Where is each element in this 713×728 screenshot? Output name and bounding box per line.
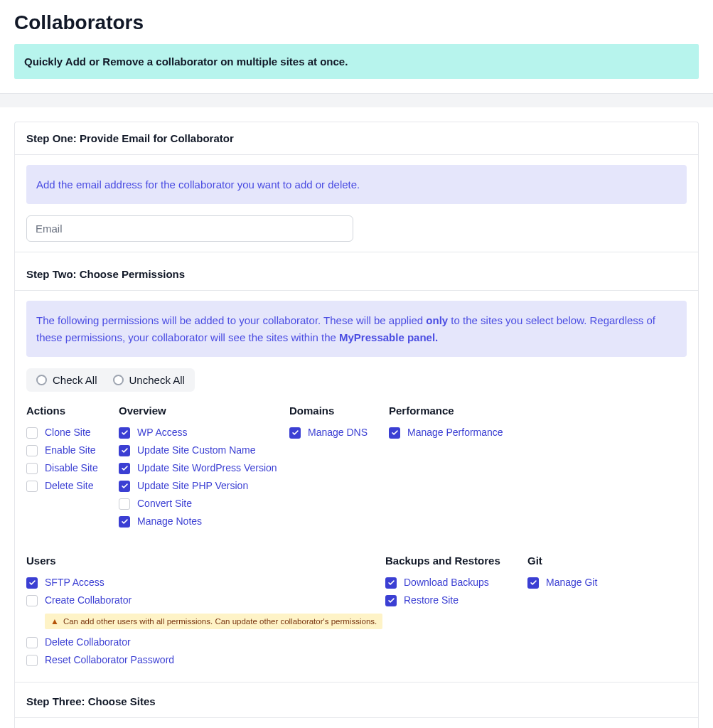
- step-one-info: Add the email address for the collaborat…: [26, 165, 687, 204]
- create-collaborator-warning: ▲ Can add other users with all permissio…: [45, 614, 382, 629]
- radio-icon: [36, 375, 47, 385]
- permission-row: Create Collaborator: [26, 594, 385, 606]
- permission-row: Download Backups: [385, 577, 527, 589]
- permission-checkbox[interactable]: [26, 577, 38, 589]
- permission-label[interactable]: Delete Collaborator: [45, 636, 131, 648]
- permission-label[interactable]: Update Site PHP Version: [137, 480, 248, 491]
- permission-row: Clone Site: [26, 427, 119, 439]
- permission-row: Manage Git: [527, 577, 670, 589]
- permission-label[interactable]: SFTP Access: [45, 577, 104, 588]
- git-column: Git Manage Git: [527, 555, 670, 672]
- page-title: Collaborators: [14, 11, 699, 34]
- permission-label[interactable]: Create Collaborator: [45, 594, 132, 606]
- users-column: Users SFTP AccessCreate Collaborator ▲ C…: [26, 555, 385, 672]
- top-alert: Quickly Add or Remove a collaborator on …: [14, 44, 699, 79]
- permission-checkbox[interactable]: [26, 481, 38, 492]
- divider: [0, 93, 713, 107]
- check-all-radio[interactable]: Check All: [36, 374, 97, 386]
- permission-row: Manage Performance: [389, 427, 531, 439]
- backups-heading: Backups and Restores: [385, 555, 527, 567]
- step-two-title: Step Two: Choose Permissions: [15, 252, 698, 291]
- permission-row: Update Site WordPress Version: [119, 462, 289, 474]
- permission-label[interactable]: Update Site WordPress Version: [137, 462, 277, 473]
- warning-icon: ▲: [50, 617, 59, 626]
- permission-label[interactable]: Enable Site: [45, 444, 96, 456]
- permission-checkbox[interactable]: [119, 481, 130, 492]
- permission-label[interactable]: Manage DNS: [308, 427, 368, 438]
- backups-column: Backups and Restores Download BackupsRes…: [385, 555, 527, 672]
- permission-label[interactable]: Restore Site: [404, 594, 459, 606]
- domains-heading: Domains: [289, 405, 389, 417]
- permission-row: Manage DNS: [289, 427, 389, 439]
- radio-icon: [113, 375, 124, 385]
- step-one-title: Step One: Provide Email for Collaborator: [15, 122, 698, 155]
- git-heading: Git: [527, 555, 670, 567]
- permission-label[interactable]: Clone Site: [45, 427, 91, 438]
- permission-label[interactable]: Download Backups: [404, 577, 489, 588]
- permission-row: Enable Site: [26, 444, 119, 456]
- users-heading: Users: [26, 555, 385, 567]
- permission-label[interactable]: Update Site Custom Name: [137, 444, 256, 456]
- overview-heading: Overview: [119, 405, 289, 417]
- permission-checkbox[interactable]: [119, 427, 130, 439]
- permission-label[interactable]: Convert Site: [137, 498, 192, 509]
- uncheck-all-radio[interactable]: Uncheck All: [113, 374, 185, 386]
- permission-checkbox[interactable]: [26, 427, 38, 439]
- permission-label[interactable]: Manage Performance: [407, 427, 503, 438]
- permission-row: Delete Site: [26, 480, 119, 492]
- performance-heading: Performance: [389, 405, 531, 417]
- permission-row: SFTP Access: [26, 577, 385, 589]
- permission-checkbox[interactable]: [527, 577, 539, 589]
- permission-label[interactable]: Manage Git: [546, 577, 597, 588]
- actions-heading: Actions: [26, 405, 119, 417]
- permission-label[interactable]: WP Access: [137, 427, 188, 438]
- permission-checkbox[interactable]: [119, 463, 130, 474]
- permission-row: Convert Site: [119, 498, 289, 510]
- permission-checkbox[interactable]: [389, 427, 400, 439]
- permission-label[interactable]: Disable Site: [45, 462, 98, 473]
- permission-checkbox[interactable]: [385, 577, 397, 589]
- permission-row: WP Access: [119, 427, 289, 439]
- permission-label[interactable]: Delete Site: [45, 480, 93, 491]
- uncheck-all-label: Uncheck All: [129, 374, 185, 386]
- permission-checkbox[interactable]: [119, 516, 130, 528]
- email-field[interactable]: [26, 215, 353, 242]
- permission-checkbox[interactable]: [26, 655, 38, 666]
- check-all-label: Check All: [53, 374, 97, 386]
- permission-checkbox[interactable]: [26, 445, 38, 456]
- permission-checkbox[interactable]: [26, 463, 38, 474]
- actions-column: Actions Clone SiteEnable SiteDisable Sit…: [26, 405, 119, 533]
- permission-row: Delete Collaborator: [26, 636, 385, 648]
- permission-row: Restore Site: [385, 594, 527, 606]
- permission-checkbox[interactable]: [289, 427, 301, 439]
- overview-column: Overview WP AccessUpdate Site Custom Nam…: [119, 405, 289, 533]
- step-two-info: The following permissions will be added …: [26, 301, 687, 357]
- permission-row: Update Site Custom Name: [119, 444, 289, 456]
- permission-row: Update Site PHP Version: [119, 480, 289, 492]
- domains-column: Domains Manage DNS: [289, 405, 389, 533]
- performance-column: Performance Manage Performance: [389, 405, 531, 533]
- permission-checkbox[interactable]: [26, 595, 38, 606]
- permission-checkbox[interactable]: [385, 595, 397, 606]
- permission-row: Manage Notes: [119, 515, 289, 528]
- step-three-title: Step Three: Choose Sites: [15, 682, 698, 718]
- check-toggle-group: Check All Uncheck All: [26, 368, 195, 392]
- permission-row: Disable Site: [26, 462, 119, 474]
- permission-checkbox[interactable]: [26, 637, 38, 648]
- permission-label[interactable]: Reset Collaborator Password: [45, 654, 174, 665]
- permission-checkbox[interactable]: [119, 445, 130, 456]
- step-one-card: Step One: Provide Email for Collaborator…: [14, 122, 699, 728]
- permission-checkbox[interactable]: [119, 498, 130, 510]
- permission-label[interactable]: Manage Notes: [137, 515, 202, 527]
- permission-row: Reset Collaborator Password: [26, 654, 385, 666]
